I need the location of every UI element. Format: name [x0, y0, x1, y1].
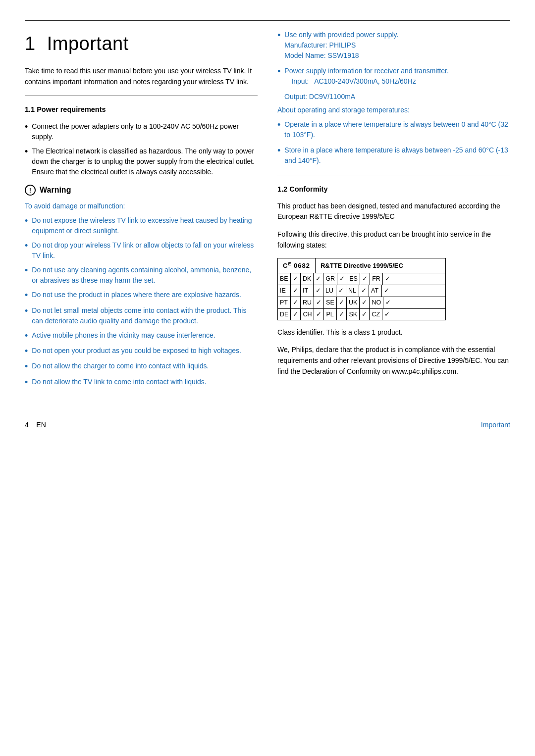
declaration-text: We, Philips, declare that the product is… — [277, 345, 510, 377]
about-temps-heading: About operating and storage temperatures… — [277, 105, 510, 115]
ce-cell: PT — [278, 297, 291, 308]
list-item: • Connect the power adapters only to a 1… — [25, 121, 258, 142]
class-identifier: Class identifier. This is a class 1 prod… — [277, 327, 510, 338]
ce-cell: ✓ — [314, 309, 324, 320]
warning-icon: ! — [25, 185, 36, 196]
list-item-text: Connect the power adapters only to a 100… — [32, 121, 258, 142]
bullet-dot: • — [25, 146, 28, 177]
ce-cell: SK — [347, 309, 360, 320]
bullet-dot: • — [277, 119, 280, 140]
list-item: • Power supply information for receiver … — [277, 66, 510, 87]
section-1-1-heading: 1.1 Power requirements — [25, 104, 258, 115]
ce-row: IE ✓ IT ✓ LU ✓ NL ✓ AT ✓ — [278, 285, 445, 297]
svg-text:!: ! — [29, 187, 31, 194]
list-item-text: Store in a place where temperature is al… — [284, 145, 510, 166]
bullet-dot: • — [25, 215, 28, 236]
ce-cell: ✓ — [360, 309, 370, 320]
power-supply-list: • Use only with provided power supply.Ma… — [277, 30, 510, 87]
list-item: • Do not allow the TV link to come into … — [25, 377, 258, 388]
ce-cell: LU — [323, 285, 336, 297]
conformity-para2: Following this directive, this product c… — [277, 229, 510, 251]
page-layout: 1 Important Take time to read this user … — [25, 30, 510, 395]
bullet-dot: • — [277, 145, 280, 166]
warning-items-list: • Do not expose the wireless TV link to … — [25, 215, 258, 388]
ce-cell: CZ — [370, 309, 382, 320]
list-item-text: Do not drop your wireless TV link or all… — [32, 240, 258, 261]
footer-label: Important — [481, 420, 510, 430]
ce-cell: RU — [301, 297, 314, 308]
section-1-2-heading: 1.2 Conformity — [277, 184, 510, 195]
ce-cell: ✓ — [291, 273, 301, 285]
ce-cell: ✓ — [382, 285, 391, 297]
ce-table: CE 0682 R&TTE Directive 1999/5/EC BE ✓ D… — [277, 258, 446, 321]
ce-cell: ✓ — [383, 273, 392, 285]
ce-cell: NL — [346, 285, 359, 297]
list-item-text: Do not expose the wireless TV link to ex… — [32, 215, 258, 236]
list-item-text: Do not let small metal objects come into… — [32, 305, 258, 326]
list-item: • Do not use the product in places where… — [25, 290, 258, 301]
ce-cell: ✓ — [337, 297, 347, 308]
warning-label: Warning — [40, 184, 71, 196]
ce-cell: ✓ — [314, 273, 323, 285]
ce-cell: ✓ — [360, 297, 370, 308]
list-item-text: Use only with provided power supply.Manu… — [284, 30, 398, 61]
output-label: Output: — [284, 93, 307, 101]
right-column: • Use only with provided power supply.Ma… — [277, 30, 510, 395]
chapter-numeral: 1 — [25, 33, 36, 54]
bullet-dot: • — [25, 265, 28, 286]
power-supply-label: Power supply information for receiver an… — [284, 67, 448, 75]
output-value: DC9V/1100mA — [309, 93, 355, 101]
page-number: 4 EN — [25, 420, 46, 430]
ce-logo: CE 0682 — [278, 258, 316, 273]
section-rule-2 — [277, 175, 510, 175]
footer: 4 EN Important — [25, 415, 510, 430]
ce-cell: CH — [301, 309, 314, 320]
bullet-dot: • — [25, 361, 28, 372]
warning-section: ! Warning To avoid damage or malfunction… — [25, 184, 258, 388]
list-item-text: Active mobile phones in the vicinity may… — [32, 330, 215, 342]
bullet-dot: • — [25, 290, 28, 301]
output-line: Output: DC9V/1100mA — [277, 92, 510, 102]
ce-cell: IE — [278, 285, 291, 297]
ce-table-body: BE ✓ DK ✓ GR ✓ ES ✓ FR ✓ — [278, 273, 445, 320]
section-rule-1 — [25, 95, 258, 96]
ce-cell: AT — [369, 285, 382, 297]
ce-cell: ✓ — [314, 285, 323, 297]
ce-cell: ✓ — [314, 297, 324, 308]
conformity-para1: This product has been designed, tested a… — [277, 201, 510, 222]
ce-row: BE ✓ DK ✓ GR ✓ ES ✓ FR ✓ — [278, 273, 445, 285]
bullet-dot: • — [25, 305, 28, 326]
list-item: • Store in a place where temperature is … — [277, 145, 510, 166]
ce-cell: ✓ — [360, 273, 370, 285]
list-item-text: Do not use the product in places where t… — [32, 290, 241, 301]
chapter-title-text: Important — [47, 33, 129, 54]
ce-cell: ✓ — [382, 309, 392, 320]
ce-cell: NO — [370, 297, 383, 308]
bullet-dot: • — [25, 121, 28, 142]
temp-list: • Operate in a place where temperature i… — [277, 119, 510, 166]
ce-cell: DK — [301, 273, 314, 285]
bullet-dot: • — [25, 240, 28, 261]
bullet-dot: • — [277, 30, 280, 61]
ce-cell: ✓ — [291, 297, 301, 308]
bullet-dot: • — [25, 330, 28, 342]
ce-cell: ✓ — [337, 309, 347, 320]
ce-cell: BE — [278, 273, 291, 285]
warning-heading: ! Warning — [25, 184, 258, 196]
list-item: • Do not let small metal objects come in… — [25, 305, 258, 326]
ce-cell: ✓ — [337, 273, 347, 285]
list-item: • Do not use any cleaning agents contain… — [25, 265, 258, 286]
ce-logo-text: CE 0682 — [283, 261, 310, 271]
ce-row: PT ✓ RU ✓ SE ✓ UK ✓ NO ✓ — [278, 297, 445, 309]
ce-cell: IT — [301, 285, 314, 297]
warning-subtitle: To avoid damage or malfunction: — [25, 201, 258, 211]
list-item: • The Electrical network is classified a… — [25, 146, 258, 177]
ce-cell: GR — [323, 273, 337, 285]
chapter-title: 1 Important — [25, 30, 258, 58]
lang-text: EN — [36, 421, 46, 429]
list-item-text: The Electrical network is classified as … — [32, 146, 258, 177]
input-label: Input: — [291, 77, 309, 85]
top-rule-container — [25, 20, 510, 21]
ce-cell: ✓ — [359, 285, 369, 297]
page-container: 1 Important Take time to read this user … — [25, 20, 510, 430]
